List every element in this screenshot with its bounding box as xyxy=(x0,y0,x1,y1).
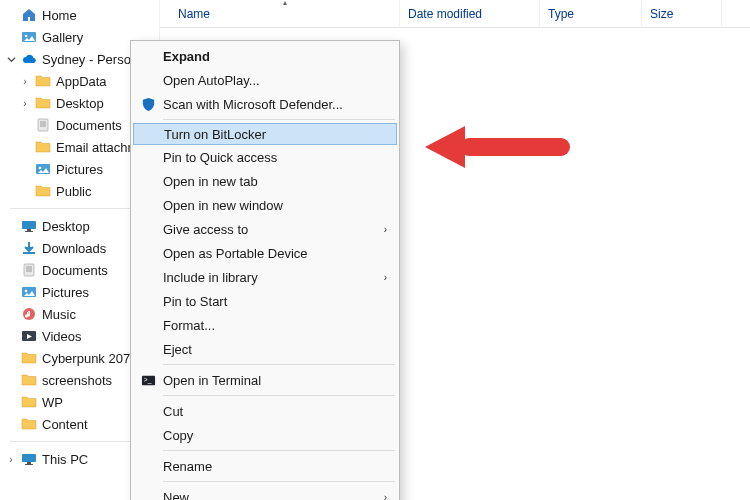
svg-rect-2 xyxy=(38,119,48,131)
svg-rect-8 xyxy=(22,221,36,229)
menu-label: Scan with Microsoft Defender... xyxy=(163,97,343,112)
folder-icon xyxy=(34,94,52,112)
svg-rect-9 xyxy=(27,229,31,231)
chevron-right-icon: › xyxy=(4,452,18,466)
folder-icon xyxy=(34,182,52,200)
menu-new-tab[interactable]: Open in new tab xyxy=(133,169,397,193)
separator xyxy=(163,395,395,396)
separator xyxy=(163,364,395,365)
tree-label: Downloads xyxy=(42,241,106,256)
shield-icon xyxy=(139,95,157,113)
videos-icon xyxy=(20,327,38,345)
svg-rect-25 xyxy=(460,138,570,156)
tree-label: Documents xyxy=(42,263,108,278)
svg-point-7 xyxy=(39,167,42,170)
menu-label: Open as Portable Device xyxy=(163,246,308,261)
tree-label: Desktop xyxy=(56,96,104,111)
tree-label: Desktop xyxy=(42,219,90,234)
menu-label: Eject xyxy=(163,342,192,357)
tree-label: Gallery xyxy=(42,30,83,45)
tree-label: Public xyxy=(56,184,91,199)
svg-rect-20 xyxy=(22,454,36,462)
menu-autoplay[interactable]: Open AutoPlay... xyxy=(133,68,397,92)
menu-copy[interactable]: Copy xyxy=(133,423,397,447)
column-name[interactable]: ▴ Name xyxy=(170,0,400,27)
cloud-icon xyxy=(20,50,38,68)
chevron-right-icon: › xyxy=(384,272,387,283)
column-type[interactable]: Type xyxy=(540,0,642,27)
divider xyxy=(10,441,149,442)
column-date[interactable]: Date modified xyxy=(400,0,540,27)
chevron-down-icon xyxy=(4,52,18,66)
folder-icon xyxy=(20,371,38,389)
svg-point-1 xyxy=(25,35,28,38)
folder-icon xyxy=(20,415,38,433)
menu-label: Open in new window xyxy=(163,198,283,213)
menu-scan[interactable]: Scan with Microsoft Defender... xyxy=(133,92,397,116)
menu-label: Expand xyxy=(163,49,210,64)
menu-label: Open in new tab xyxy=(163,174,258,189)
pc-icon xyxy=(20,450,38,468)
sort-ascending-icon: ▴ xyxy=(283,0,287,7)
annotation-arrow-icon xyxy=(425,116,575,176)
column-label: Type xyxy=(548,7,574,21)
tree-label: Pictures xyxy=(42,285,89,300)
menu-label: Pin to Quick access xyxy=(163,150,277,165)
folder-icon xyxy=(20,393,38,411)
menu-label: Give access to xyxy=(163,222,248,237)
tree-label: Pictures xyxy=(56,162,103,177)
menu-format[interactable]: Format... xyxy=(133,313,397,337)
downloads-icon xyxy=(20,239,38,257)
chevron-right-icon: › xyxy=(384,492,387,501)
menu-pin-quick[interactable]: Pin to Quick access xyxy=(133,145,397,169)
menu-label: Cut xyxy=(163,404,183,419)
tree-label: Cyberpunk 207 xyxy=(42,351,130,366)
tree-home[interactable]: Home xyxy=(0,4,159,26)
folder-icon xyxy=(34,72,52,90)
folder-icon xyxy=(34,138,52,156)
menu-new-window[interactable]: Open in new window xyxy=(133,193,397,217)
tree-label: Content xyxy=(42,417,88,432)
menu-expand[interactable]: Expand xyxy=(133,44,397,68)
menu-label: Pin to Start xyxy=(163,294,227,309)
tree-label: Videos xyxy=(42,329,82,344)
menu-give-access[interactable]: Give access to› xyxy=(133,217,397,241)
svg-rect-11 xyxy=(23,252,35,254)
chevron-right-icon: › xyxy=(18,74,32,88)
folder-icon xyxy=(20,349,38,367)
home-icon xyxy=(20,6,38,24)
chevron-right-icon: › xyxy=(18,96,32,110)
pictures-icon xyxy=(34,160,52,178)
svg-rect-21 xyxy=(27,462,31,464)
column-size[interactable]: Size xyxy=(642,0,722,27)
gallery-icon xyxy=(20,28,38,46)
svg-rect-10 xyxy=(25,231,33,232)
menu-terminal[interactable]: >_ Open in Terminal xyxy=(133,368,397,392)
menu-eject[interactable]: Eject xyxy=(133,337,397,361)
tree-label: This PC xyxy=(42,452,88,467)
menu-portable[interactable]: Open as Portable Device xyxy=(133,241,397,265)
tree-label: Music xyxy=(42,307,76,322)
column-label: Name xyxy=(178,7,210,21)
menu-cut[interactable]: Cut xyxy=(133,399,397,423)
document-icon xyxy=(34,116,52,134)
menu-label: Include in library xyxy=(163,270,258,285)
menu-pin-start[interactable]: Pin to Start xyxy=(133,289,397,313)
menu-rename[interactable]: Rename xyxy=(133,454,397,478)
tree-label: WP xyxy=(42,395,63,410)
chevron-right-icon: › xyxy=(384,224,387,235)
svg-text:>_: >_ xyxy=(143,376,151,384)
terminal-icon: >_ xyxy=(139,371,157,389)
menu-new[interactable]: New› xyxy=(133,485,397,500)
pictures-icon xyxy=(20,283,38,301)
separator xyxy=(163,119,395,120)
menu-include-library[interactable]: Include in library› xyxy=(133,265,397,289)
main-pane: ▴ Name Date modified Type Size Expand Op… xyxy=(160,0,750,500)
menu-bitlocker[interactable]: Turn on BitLocker xyxy=(133,123,397,145)
music-icon xyxy=(20,305,38,323)
tree-label: screenshots xyxy=(42,373,112,388)
menu-label: Open AutoPlay... xyxy=(163,73,260,88)
document-icon xyxy=(20,261,38,279)
menu-label: Copy xyxy=(163,428,193,443)
column-label: Size xyxy=(650,7,673,21)
